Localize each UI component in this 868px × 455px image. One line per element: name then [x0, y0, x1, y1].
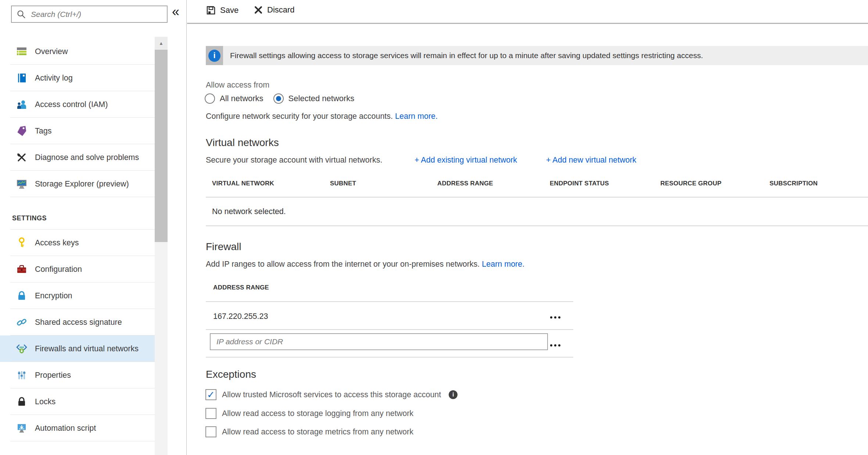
info-banner-text: Firewall settings allowing access to sto…	[223, 46, 703, 65]
checkbox-storage-metrics[interactable]: ✓ Allow read access to storage metrics f…	[205, 426, 413, 437]
azure-portal-firewalls-page: « Overview Activity log Access control (…	[0, 0, 868, 455]
sidebar-section-settings: SETTINGS	[0, 207, 155, 230]
radio-label: Selected networks	[288, 94, 355, 103]
checkbox-icon: ✓	[205, 408, 216, 419]
sidebar-item-label: Properties	[35, 371, 71, 380]
overview-icon	[16, 46, 27, 57]
sidebar-item-activity-log[interactable]: Activity log	[0, 65, 155, 91]
info-banner: i Firewall settings allowing access to s…	[206, 46, 868, 65]
sidebar-item-label: Overview	[35, 47, 68, 56]
radio-all-networks[interactable]: All networks	[205, 93, 263, 104]
sidebar-item-label: Diagnose and solve problems	[35, 153, 139, 162]
trusted-services-info-icon: i	[449, 390, 458, 399]
save-icon	[206, 5, 216, 15]
encryption-lock-icon	[16, 290, 27, 301]
learn-more-link[interactable]: Learn more.	[395, 112, 438, 121]
firewall-table-divider	[206, 329, 573, 330]
firewall-table-divider	[206, 301, 573, 302]
column-header-resource-group: RESOURCE GROUP	[660, 180, 721, 187]
radio-label: All networks	[220, 94, 263, 103]
lock-icon	[16, 396, 27, 407]
sidebar-item-label: Shared access signature	[35, 318, 122, 327]
column-header-subnet: SUBNET	[330, 180, 356, 187]
scrollbar-up-arrow-icon[interactable]: ▲	[155, 37, 168, 49]
discard-button[interactable]: Discard	[254, 5, 295, 15]
sidebar-item-properties[interactable]: Properties	[0, 362, 155, 388]
radio-selected-networks[interactable]: Selected networks	[273, 93, 355, 104]
ip-address-cell: 167.220.255.23	[213, 312, 268, 321]
diagnose-icon	[16, 152, 27, 163]
sidebar-item-access-keys[interactable]: Access keys	[0, 230, 155, 256]
scrollbar-thumb[interactable]	[155, 50, 168, 242]
ip-row-more-options-icon[interactable]	[550, 316, 560, 319]
sidebar-item-label: Access control (IAM)	[35, 100, 108, 109]
discard-button-label: Discard	[267, 5, 295, 15]
activity-log-icon	[16, 72, 27, 83]
sidebar-item-label: Access keys	[35, 238, 79, 248]
radio-circle-icon	[205, 93, 215, 104]
checkbox-trusted-services[interactable]: ✓ Allow trusted Microsoft services to ac…	[205, 389, 458, 400]
sidebar-item-locks[interactable]: Locks	[0, 388, 155, 415]
discard-x-icon	[254, 5, 263, 15]
firewall-learn-more-link[interactable]: Learn more.	[482, 260, 524, 269]
sidebar-item-storage-explorer[interactable]: Storage Explorer (preview)	[0, 171, 155, 197]
sidebar-item-shared-access-signature[interactable]: Shared access signature	[0, 309, 155, 335]
sidebar-item-label: Locks	[35, 397, 55, 406]
column-header-subscription: SUBSCRIPTION	[770, 180, 818, 187]
firewall-description: Add IP ranges to allow access from the i…	[206, 260, 524, 269]
search-input[interactable]	[26, 6, 167, 22]
firewall-table-divider	[206, 357, 573, 358]
ip-input-more-options-icon[interactable]	[550, 344, 560, 346]
sidebar-scrollbar: ▲	[155, 37, 168, 455]
checkbox-icon: ✓	[205, 389, 216, 400]
sidebar-item-label: Automation script	[35, 424, 96, 433]
column-header-virtual-network: VIRTUAL NETWORK	[212, 180, 274, 187]
column-header-endpoint-status: ENDPOINT STATUS	[550, 180, 609, 187]
sidebar-item-firewalls[interactable]: Firewalls and virtual networks	[0, 335, 155, 362]
sidebar-item-label: Configuration	[35, 265, 82, 274]
sidebar-item-label: Encryption	[35, 291, 72, 301]
info-icon: i	[208, 50, 220, 62]
sidebar-item-overview[interactable]: Overview	[0, 38, 155, 65]
sidebar: « Overview Activity log Access control (…	[0, 0, 187, 455]
allow-access-from-label: Allow access from	[206, 81, 269, 90]
ip-address-input[interactable]	[210, 333, 548, 350]
toolbar-divider	[187, 23, 868, 24]
save-button-label: Save	[220, 6, 238, 15]
toolbox-icon	[16, 264, 27, 275]
firewall-network-icon	[16, 343, 27, 354]
sidebar-item-configuration[interactable]: Configuration	[0, 256, 155, 282]
checkbox-label: Allow read access to storage logging fro…	[222, 409, 413, 418]
storage-explorer-icon	[16, 178, 27, 189]
no-network-selected-message: No network selected.	[212, 207, 286, 216]
sidebar-item-access-control[interactable]: Access control (IAM)	[0, 91, 155, 118]
sidebar-item-automation-script[interactable]: Automation script	[0, 415, 155, 441]
address-range-column-header: ADDRESS RANGE	[213, 284, 269, 291]
exceptions-title: Exceptions	[206, 369, 256, 380]
collapse-sidebar-icon[interactable]: «	[172, 5, 179, 18]
firewall-title: Firewall	[206, 241, 241, 253]
virtual-networks-title: Virtual networks	[206, 137, 279, 149]
checkbox-label: Allow trusted Microsoft services to acce…	[222, 390, 441, 399]
add-existing-vnet-link[interactable]: + Add existing virtual network	[415, 156, 517, 165]
sidebar-item-encryption[interactable]: Encryption	[0, 282, 155, 309]
sidebar-item-label: Firewalls and virtual networks	[35, 344, 139, 353]
table-divider	[206, 197, 868, 198]
main-panel: Save Discard i Firewall settings allowin…	[187, 0, 868, 455]
allow-access-radio-group: All networks Selected networks	[205, 93, 354, 104]
tags-icon	[16, 125, 27, 136]
checkbox-label: Allow read access to storage metrics fro…	[222, 427, 413, 437]
table-divider	[206, 225, 868, 226]
save-button[interactable]: Save	[206, 5, 238, 15]
sidebar-item-diagnose[interactable]: Diagnose and solve problems	[0, 144, 155, 171]
sidebar-item-label: Activity log	[35, 74, 73, 83]
automation-script-icon	[16, 423, 27, 434]
checkbox-storage-logging[interactable]: ✓ Allow read access to storage logging f…	[205, 408, 413, 419]
radio-circle-icon	[273, 93, 284, 104]
add-new-vnet-link[interactable]: + Add new virtual network	[546, 156, 636, 165]
sidebar-item-label: Tags	[35, 127, 51, 136]
sliders-icon	[16, 370, 27, 381]
sidebar-item-label: Storage Explorer (preview)	[35, 179, 129, 189]
sidebar-item-tags[interactable]: Tags	[0, 118, 155, 144]
sidebar-nav: Overview Activity log Access control (IA…	[0, 38, 155, 441]
